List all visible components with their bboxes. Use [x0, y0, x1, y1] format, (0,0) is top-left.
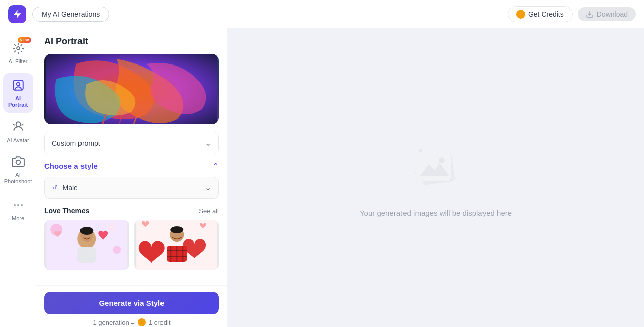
svg-point-31	[439, 157, 445, 163]
sidebar-item-ai-avatar[interactable]: AI Avatar	[3, 115, 33, 148]
svg-point-27	[455, 177, 457, 179]
theme-card-2[interactable]	[134, 220, 219, 270]
my-generations-button[interactable]: My AI Generations	[32, 7, 109, 22]
ai-photoshoot-icon	[10, 154, 26, 170]
see-all-button[interactable]: See all	[199, 207, 219, 215]
choose-style-label: Choose a style	[44, 162, 98, 170]
theme-grid	[44, 220, 219, 270]
svg-rect-13	[77, 247, 96, 263]
panel-footer: Generate via Style 1 generation = 1 cred…	[36, 285, 227, 327]
download-label: Download	[597, 10, 628, 18]
gender-chevron-icon: ⌄	[205, 183, 211, 192]
svg-point-9	[113, 246, 121, 254]
content-area: Your generated images will be displayed …	[227, 28, 644, 327]
ai-portrait-label: AI Portrait	[5, 95, 31, 108]
gender-dropdown[interactable]: ♂ Male ⌄	[44, 177, 219, 199]
svg-point-4	[16, 160, 20, 165]
sidebar: NEW AI Filter AI Portrait	[0, 28, 36, 327]
sidebar-item-ai-portrait[interactable]: AI Portrait	[3, 73, 33, 112]
app-logo	[8, 5, 26, 23]
credits-coin-icon	[138, 318, 146, 326]
svg-point-3	[16, 83, 20, 86]
ai-filter-label: AI Filter	[9, 58, 28, 65]
svg-point-24	[419, 149, 422, 152]
more-icon	[10, 197, 26, 213]
svg-point-14	[80, 227, 93, 235]
credits-info: 1 generation = 1 credit	[44, 318, 219, 326]
get-credits-label: Get Credits	[528, 10, 564, 18]
svg-point-8	[107, 222, 117, 232]
svg-point-1	[17, 47, 20, 50]
sidebar-item-ai-photoshoot[interactable]: AI Photoshoot	[3, 150, 33, 189]
gender-left: ♂ Male	[52, 182, 78, 193]
gender-label: Male	[63, 184, 78, 192]
svg-point-17	[170, 226, 183, 233]
hero-image	[44, 54, 219, 124]
ai-photoshoot-label: AI Photoshoot	[4, 172, 32, 185]
download-button[interactable]: Download	[578, 7, 636, 21]
empty-state-text: Your generated images will be displayed …	[360, 209, 512, 217]
sidebar-item-more[interactable]: More	[3, 193, 33, 226]
custom-prompt-chevron-icon: ⌄	[205, 138, 211, 148]
empty-state-icon	[406, 138, 466, 201]
ai-avatar-label: AI Avatar	[7, 137, 29, 144]
get-credits-button[interactable]: Get Credits	[508, 6, 573, 22]
choose-style-chevron-icon[interactable]: ⌃	[212, 161, 219, 171]
more-label: More	[12, 215, 24, 222]
choose-style-row: Choose a style ⌃	[44, 161, 219, 171]
love-themes-header: Love Themes See all	[44, 207, 219, 215]
sidebar-item-ai-filter[interactable]: NEW AI Filter	[3, 36, 33, 69]
credits-value: 1 credit	[149, 319, 171, 326]
header: My AI Generations Get Credits Download	[0, 0, 644, 28]
ai-avatar-icon	[10, 119, 26, 135]
love-themes-title: Love Themes	[44, 207, 89, 215]
male-icon: ♂	[52, 182, 59, 193]
ai-portrait-icon	[10, 77, 26, 93]
header-right: Get Credits Download	[508, 6, 636, 22]
generate-button[interactable]: Generate via Style	[44, 292, 219, 314]
panel: AI Portrait	[36, 28, 227, 327]
custom-prompt-row[interactable]: Custom prompt ⌄	[44, 132, 219, 154]
credits-label: 1 generation =	[93, 319, 134, 326]
coin-icon	[516, 10, 525, 19]
new-badge: NEW	[18, 37, 31, 43]
theme-card-1[interactable]	[44, 220, 129, 270]
main-layout: NEW AI Filter AI Portrait	[0, 28, 644, 327]
custom-prompt-label: Custom prompt	[52, 139, 100, 147]
header-left: My AI Generations	[8, 5, 109, 23]
panel-title: AI Portrait	[44, 36, 219, 47]
svg-rect-30	[416, 152, 451, 181]
